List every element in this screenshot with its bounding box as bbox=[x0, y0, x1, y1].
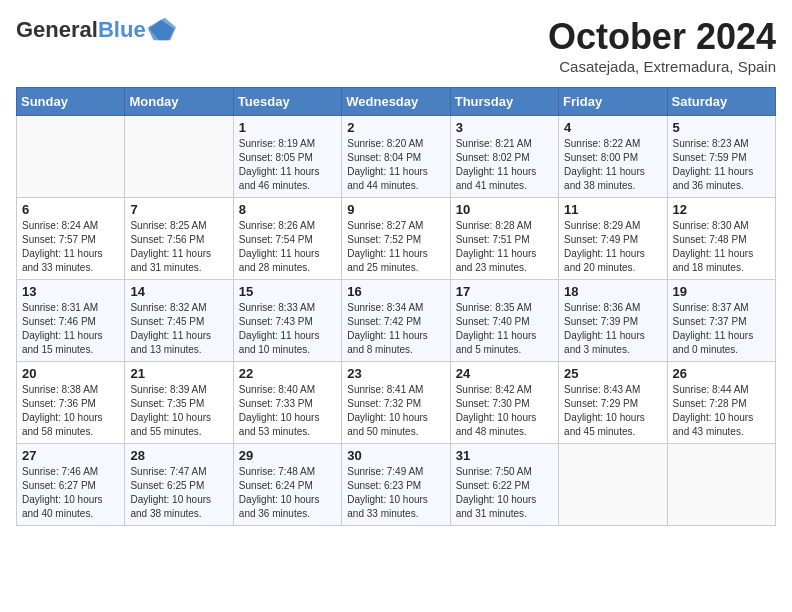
logo-text: GeneralBlue bbox=[16, 18, 146, 42]
month-title: October 2024 bbox=[548, 16, 776, 58]
weekday-header-monday: Monday bbox=[125, 88, 233, 116]
calendar-cell: 13Sunrise: 8:31 AMSunset: 7:46 PMDayligh… bbox=[17, 280, 125, 362]
day-info: Sunrise: 8:43 AMSunset: 7:29 PMDaylight:… bbox=[564, 383, 661, 439]
calendar-table: SundayMondayTuesdayWednesdayThursdayFrid… bbox=[16, 87, 776, 526]
day-info: Sunrise: 8:40 AMSunset: 7:33 PMDaylight:… bbox=[239, 383, 336, 439]
day-info: Sunrise: 8:21 AMSunset: 8:02 PMDaylight:… bbox=[456, 137, 553, 193]
day-info: Sunrise: 8:37 AMSunset: 7:37 PMDaylight:… bbox=[673, 301, 770, 357]
calendar-cell: 19Sunrise: 8:37 AMSunset: 7:37 PMDayligh… bbox=[667, 280, 775, 362]
day-number: 1 bbox=[239, 120, 336, 135]
day-number: 9 bbox=[347, 202, 444, 217]
weekday-header-saturday: Saturday bbox=[667, 88, 775, 116]
day-number: 2 bbox=[347, 120, 444, 135]
calendar-cell: 2Sunrise: 8:20 AMSunset: 8:04 PMDaylight… bbox=[342, 116, 450, 198]
calendar-cell: 22Sunrise: 8:40 AMSunset: 7:33 PMDayligh… bbox=[233, 362, 341, 444]
day-info: Sunrise: 8:23 AMSunset: 7:59 PMDaylight:… bbox=[673, 137, 770, 193]
day-number: 14 bbox=[130, 284, 227, 299]
calendar-cell: 3Sunrise: 8:21 AMSunset: 8:02 PMDaylight… bbox=[450, 116, 558, 198]
day-info: Sunrise: 8:28 AMSunset: 7:51 PMDaylight:… bbox=[456, 219, 553, 275]
day-number: 15 bbox=[239, 284, 336, 299]
day-number: 26 bbox=[673, 366, 770, 381]
day-info: Sunrise: 7:50 AMSunset: 6:22 PMDaylight:… bbox=[456, 465, 553, 521]
calendar-cell: 1Sunrise: 8:19 AMSunset: 8:05 PMDaylight… bbox=[233, 116, 341, 198]
day-number: 27 bbox=[22, 448, 119, 463]
day-number: 30 bbox=[347, 448, 444, 463]
weekday-header-tuesday: Tuesday bbox=[233, 88, 341, 116]
calendar-cell: 10Sunrise: 8:28 AMSunset: 7:51 PMDayligh… bbox=[450, 198, 558, 280]
day-number: 12 bbox=[673, 202, 770, 217]
day-info: Sunrise: 8:25 AMSunset: 7:56 PMDaylight:… bbox=[130, 219, 227, 275]
calendar-cell bbox=[559, 444, 667, 526]
day-info: Sunrise: 7:47 AMSunset: 6:25 PMDaylight:… bbox=[130, 465, 227, 521]
day-info: Sunrise: 8:27 AMSunset: 7:52 PMDaylight:… bbox=[347, 219, 444, 275]
weekday-header-sunday: Sunday bbox=[17, 88, 125, 116]
calendar-cell: 18Sunrise: 8:36 AMSunset: 7:39 PMDayligh… bbox=[559, 280, 667, 362]
calendar-cell: 25Sunrise: 8:43 AMSunset: 7:29 PMDayligh… bbox=[559, 362, 667, 444]
day-info: Sunrise: 8:31 AMSunset: 7:46 PMDaylight:… bbox=[22, 301, 119, 357]
day-info: Sunrise: 8:38 AMSunset: 7:36 PMDaylight:… bbox=[22, 383, 119, 439]
day-number: 19 bbox=[673, 284, 770, 299]
weekday-header-thursday: Thursday bbox=[450, 88, 558, 116]
day-info: Sunrise: 7:48 AMSunset: 6:24 PMDaylight:… bbox=[239, 465, 336, 521]
calendar-cell: 26Sunrise: 8:44 AMSunset: 7:28 PMDayligh… bbox=[667, 362, 775, 444]
calendar-cell: 14Sunrise: 8:32 AMSunset: 7:45 PMDayligh… bbox=[125, 280, 233, 362]
day-number: 6 bbox=[22, 202, 119, 217]
day-info: Sunrise: 7:46 AMSunset: 6:27 PMDaylight:… bbox=[22, 465, 119, 521]
day-info: Sunrise: 8:36 AMSunset: 7:39 PMDaylight:… bbox=[564, 301, 661, 357]
weekday-header-friday: Friday bbox=[559, 88, 667, 116]
calendar-cell: 20Sunrise: 8:38 AMSunset: 7:36 PMDayligh… bbox=[17, 362, 125, 444]
calendar-cell: 29Sunrise: 7:48 AMSunset: 6:24 PMDayligh… bbox=[233, 444, 341, 526]
day-number: 31 bbox=[456, 448, 553, 463]
day-number: 22 bbox=[239, 366, 336, 381]
day-number: 24 bbox=[456, 366, 553, 381]
day-number: 25 bbox=[564, 366, 661, 381]
weekday-header-wednesday: Wednesday bbox=[342, 88, 450, 116]
calendar-week-row: 6Sunrise: 8:24 AMSunset: 7:57 PMDaylight… bbox=[17, 198, 776, 280]
weekday-header-row: SundayMondayTuesdayWednesdayThursdayFrid… bbox=[17, 88, 776, 116]
calendar-cell: 6Sunrise: 8:24 AMSunset: 7:57 PMDaylight… bbox=[17, 198, 125, 280]
day-info: Sunrise: 8:44 AMSunset: 7:28 PMDaylight:… bbox=[673, 383, 770, 439]
day-number: 7 bbox=[130, 202, 227, 217]
day-info: Sunrise: 8:35 AMSunset: 7:40 PMDaylight:… bbox=[456, 301, 553, 357]
calendar-cell: 28Sunrise: 7:47 AMSunset: 6:25 PMDayligh… bbox=[125, 444, 233, 526]
day-info: Sunrise: 8:42 AMSunset: 7:30 PMDaylight:… bbox=[456, 383, 553, 439]
logo-icon bbox=[148, 16, 176, 44]
calendar-cell: 4Sunrise: 8:22 AMSunset: 8:00 PMDaylight… bbox=[559, 116, 667, 198]
calendar-cell: 9Sunrise: 8:27 AMSunset: 7:52 PMDaylight… bbox=[342, 198, 450, 280]
day-number: 10 bbox=[456, 202, 553, 217]
day-info: Sunrise: 8:19 AMSunset: 8:05 PMDaylight:… bbox=[239, 137, 336, 193]
day-info: Sunrise: 8:26 AMSunset: 7:54 PMDaylight:… bbox=[239, 219, 336, 275]
day-number: 4 bbox=[564, 120, 661, 135]
day-info: Sunrise: 8:24 AMSunset: 7:57 PMDaylight:… bbox=[22, 219, 119, 275]
calendar-cell: 7Sunrise: 8:25 AMSunset: 7:56 PMDaylight… bbox=[125, 198, 233, 280]
calendar-cell: 30Sunrise: 7:49 AMSunset: 6:23 PMDayligh… bbox=[342, 444, 450, 526]
location-title: Casatejada, Extremadura, Spain bbox=[548, 58, 776, 75]
day-number: 16 bbox=[347, 284, 444, 299]
calendar-cell: 11Sunrise: 8:29 AMSunset: 7:49 PMDayligh… bbox=[559, 198, 667, 280]
day-number: 18 bbox=[564, 284, 661, 299]
day-number: 17 bbox=[456, 284, 553, 299]
calendar-cell: 17Sunrise: 8:35 AMSunset: 7:40 PMDayligh… bbox=[450, 280, 558, 362]
logo: GeneralBlue bbox=[16, 16, 176, 44]
calendar-cell: 31Sunrise: 7:50 AMSunset: 6:22 PMDayligh… bbox=[450, 444, 558, 526]
day-info: Sunrise: 8:41 AMSunset: 7:32 PMDaylight:… bbox=[347, 383, 444, 439]
day-info: Sunrise: 8:22 AMSunset: 8:00 PMDaylight:… bbox=[564, 137, 661, 193]
day-info: Sunrise: 8:34 AMSunset: 7:42 PMDaylight:… bbox=[347, 301, 444, 357]
day-number: 20 bbox=[22, 366, 119, 381]
day-number: 11 bbox=[564, 202, 661, 217]
calendar-week-row: 20Sunrise: 8:38 AMSunset: 7:36 PMDayligh… bbox=[17, 362, 776, 444]
day-number: 5 bbox=[673, 120, 770, 135]
calendar-week-row: 27Sunrise: 7:46 AMSunset: 6:27 PMDayligh… bbox=[17, 444, 776, 526]
calendar-cell: 15Sunrise: 8:33 AMSunset: 7:43 PMDayligh… bbox=[233, 280, 341, 362]
calendar-cell bbox=[17, 116, 125, 198]
day-number: 21 bbox=[130, 366, 227, 381]
calendar-cell: 8Sunrise: 8:26 AMSunset: 7:54 PMDaylight… bbox=[233, 198, 341, 280]
calendar-week-row: 1Sunrise: 8:19 AMSunset: 8:05 PMDaylight… bbox=[17, 116, 776, 198]
title-block: October 2024 Casatejada, Extremadura, Sp… bbox=[548, 16, 776, 75]
page-header: GeneralBlue October 2024 Casatejada, Ext… bbox=[16, 16, 776, 75]
calendar-cell: 21Sunrise: 8:39 AMSunset: 7:35 PMDayligh… bbox=[125, 362, 233, 444]
calendar-cell bbox=[667, 444, 775, 526]
day-number: 23 bbox=[347, 366, 444, 381]
calendar-cell: 12Sunrise: 8:30 AMSunset: 7:48 PMDayligh… bbox=[667, 198, 775, 280]
calendar-cell: 24Sunrise: 8:42 AMSunset: 7:30 PMDayligh… bbox=[450, 362, 558, 444]
